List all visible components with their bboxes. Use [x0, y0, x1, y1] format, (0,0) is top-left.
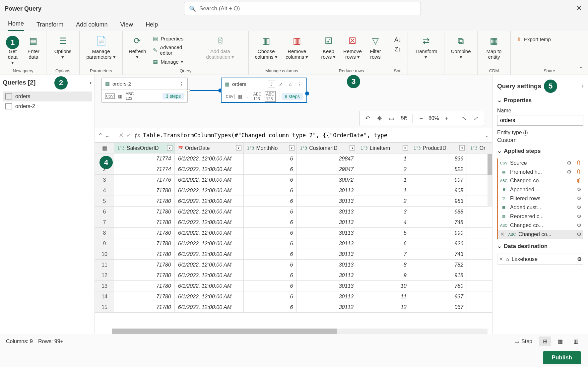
cell[interactable]: 6/1/2022, 12:00:00 AM	[174, 238, 243, 249]
cell[interactable]: 71780	[114, 217, 175, 228]
zoom-out-icon[interactable]: −	[417, 114, 426, 123]
cell[interactable]: 782	[410, 260, 467, 270]
row-number[interactable]: 15	[95, 302, 114, 313]
cell[interactable]: 30113	[296, 238, 357, 249]
cell[interactable]: 6	[243, 291, 296, 302]
col-salesorderid[interactable]: 1²3SalesOrderID▾	[114, 143, 175, 153]
cell[interactable]: 6	[243, 185, 296, 196]
cell[interactable]: 6/1/2022, 12:00:00 AM	[174, 270, 243, 281]
map-to-entity-button[interactable]: ▦ Map to entity	[481, 33, 507, 61]
sort-desc-button[interactable]: Z↓	[395, 46, 401, 53]
cell[interactable]: 6/1/2022, 12:00:00 AM	[174, 196, 243, 207]
cell[interactable]: 71780	[114, 302, 175, 313]
cell[interactable]: 6	[243, 164, 296, 175]
tab-add-column[interactable]: Add column	[76, 21, 107, 31]
cell[interactable]: 6/1/2022, 12:00:00 AM	[174, 302, 243, 313]
cell[interactable]	[467, 281, 492, 291]
card-menu-icon[interactable]: ⋮	[296, 81, 303, 88]
cell[interactable]: 6	[243, 207, 296, 217]
corner-cell[interactable]: ▦	[95, 143, 114, 153]
row-number[interactable]: 9	[95, 238, 114, 249]
tab-help[interactable]: Help	[146, 21, 158, 31]
cell[interactable]: 6	[357, 238, 410, 249]
cell[interactable]: 11	[357, 291, 410, 302]
step-back-icon[interactable]: ⌃	[98, 132, 102, 139]
ribbon-collapse-icon[interactable]: ⌃	[579, 66, 583, 72]
properties-button[interactable]: ▤Properties	[151, 34, 193, 42]
cell[interactable]: 780	[410, 281, 467, 291]
export-temp-button[interactable]: ⇪ Export temp	[514, 33, 585, 43]
gear-icon[interactable]: ⚙	[577, 222, 581, 228]
table-row[interactable]: 1717746/1/2022, 12:00:00 AM6298471836	[95, 153, 492, 164]
properties-section[interactable]: ⌄Properties	[497, 97, 583, 104]
cell[interactable]: 30112	[296, 302, 357, 313]
cell[interactable]: 10	[357, 281, 410, 291]
cell[interactable]: 6	[243, 196, 296, 207]
sort-asc-button[interactable]: A↓	[394, 36, 401, 43]
manage-button[interactable]: ▦Manage ▾	[151, 58, 193, 66]
cell[interactable]: 6	[243, 302, 296, 313]
options-button[interactable]: ☰ Options▾	[50, 33, 76, 61]
row-number[interactable]: 10	[95, 249, 114, 260]
cell[interactable]	[467, 207, 492, 217]
step-forward-icon[interactable]: ⌄	[105, 132, 109, 139]
row-number[interactable]: 13	[95, 281, 114, 291]
tab-home[interactable]: Home	[8, 20, 24, 31]
table-row[interactable]: 6717806/1/2022, 12:00:00 AM6301133988	[95, 207, 492, 217]
pan-icon[interactable]: ✥	[375, 114, 384, 123]
gear-icon[interactable]: ⚙	[567, 160, 571, 166]
cell[interactable]: 6/1/2022, 12:00:00 AM	[174, 281, 243, 291]
cell[interactable]: 71780	[114, 249, 175, 260]
cell[interactable]: 29847	[296, 153, 357, 164]
cell[interactable]: 6	[243, 260, 296, 270]
cell[interactable]	[467, 238, 492, 249]
step-view-button[interactable]: ▭Step	[511, 336, 536, 346]
transform-button[interactable]: ⇄ Transform▾	[411, 33, 441, 61]
cell[interactable]: 30113	[296, 217, 357, 228]
cell[interactable]: 6	[243, 175, 296, 185]
gear-icon[interactable]: ⚙	[577, 186, 581, 193]
cell[interactable]: 71780	[114, 260, 175, 270]
table-row[interactable]: 10717806/1/2022, 12:00:00 AM6301137743	[95, 249, 492, 260]
cell[interactable]	[467, 249, 492, 260]
cell[interactable]: 6/1/2022, 12:00:00 AM	[174, 185, 243, 196]
card-expand-icon[interactable]: ⤢	[277, 81, 285, 88]
cell[interactable]: 30113	[296, 249, 357, 260]
cell[interactable]: 6/1/2022, 12:00:00 AM	[174, 217, 243, 228]
row-number[interactable]: 12	[95, 270, 114, 281]
cell[interactable]	[467, 217, 492, 228]
tab-transform[interactable]: Transform	[36, 21, 63, 31]
table-row[interactable]: 5717806/1/2022, 12:00:00 AM6301132983	[95, 196, 492, 207]
applied-steps-section[interactable]: ⌄Applied steps	[497, 148, 583, 154]
row-number[interactable]: 8	[95, 228, 114, 238]
vertical-scrollbar[interactable]	[488, 154, 492, 207]
diagram-card-orders[interactable]: ▦ orders ⤴ ⤢ ⌂ ⋮ CSV ▦ … ABC123 ABC123 9…	[221, 78, 307, 103]
cell[interactable]: 836	[410, 153, 467, 164]
applied-step[interactable]: CSVSource⚙🛢	[497, 158, 583, 167]
cell[interactable]: 30113	[296, 260, 357, 270]
row-number[interactable]: 5	[95, 196, 114, 207]
table-row[interactable]: 7717806/1/2022, 12:00:00 AM6301134748	[95, 217, 492, 228]
cell[interactable]: 926	[410, 238, 467, 249]
applied-step[interactable]: ▽Filtered rows⚙	[497, 194, 583, 203]
cell[interactable]: 6	[243, 217, 296, 228]
cell[interactable]: 2	[357, 164, 410, 175]
map-icon[interactable]: 🗺	[399, 114, 408, 123]
combine-button[interactable]: ⧉ Combine▾	[448, 33, 474, 61]
col-monthno[interactable]: 1²3MonthNo▾	[243, 143, 296, 153]
applied-step[interactable]: ABCChanged co...🛢	[497, 176, 583, 185]
row-number[interactable]: 3	[95, 175, 114, 185]
cancel-icon[interactable]: ✕	[119, 132, 124, 139]
cell[interactable]: 3	[357, 207, 410, 217]
cell[interactable]: 6/1/2022, 12:00:00 AM	[174, 291, 243, 302]
gear-icon[interactable]: ⚙	[577, 231, 581, 237]
table-row[interactable]: 9717806/1/2022, 12:00:00 AM6301136926	[95, 238, 492, 249]
minimize-icon[interactable]: ⤡	[459, 114, 469, 123]
cell[interactable]: 918	[410, 270, 467, 281]
applied-step[interactable]: ▥Reordered c...⚙	[497, 212, 583, 221]
query-item-orders-2[interactable]: orders-2	[3, 101, 92, 111]
tab-view[interactable]: View	[120, 21, 133, 31]
col-orderdate[interactable]: 📅OrderDate▾	[174, 143, 243, 153]
cell[interactable]: 988	[410, 207, 467, 217]
cell[interactable]	[467, 302, 492, 313]
